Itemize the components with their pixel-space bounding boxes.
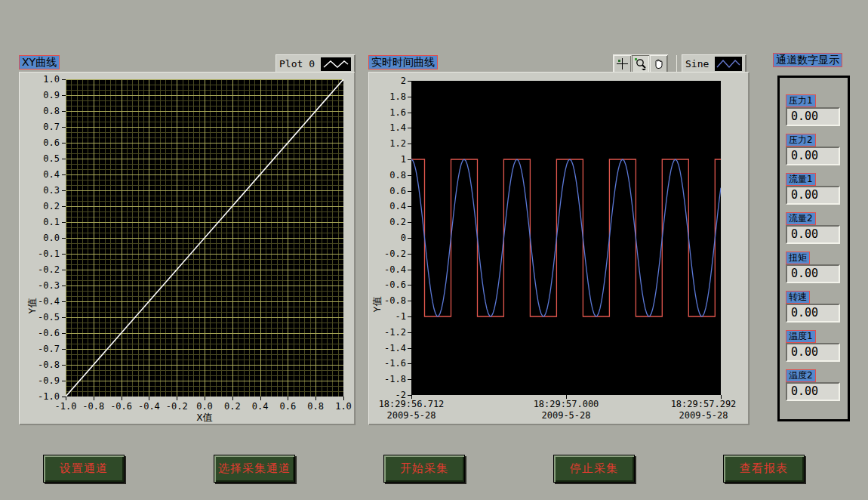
- time-y-tick-mark: [408, 159, 411, 160]
- time-y-tick-label: 1.2: [368, 138, 406, 149]
- time-plot-legend[interactable]: Sine: [682, 54, 746, 73]
- xy-y-tick-mark: [62, 143, 66, 144]
- time-y-tick-label: -1.6: [368, 358, 406, 369]
- xy-y-tick-label: -0.4: [19, 296, 60, 307]
- time-y-tick-mark: [408, 238, 411, 239]
- xy-y-tick-mark: [62, 238, 66, 239]
- xy-y-tick-label: -0.1: [19, 248, 60, 259]
- channel-value-display: 0.00: [786, 304, 840, 323]
- xy-x-tick-label: 0.8: [301, 401, 330, 412]
- channel-panel-title: 通道数字显示: [773, 53, 842, 67]
- xy-plot-area[interactable]: [66, 79, 343, 397]
- time-y-tick-label: 0.2: [368, 217, 406, 227]
- start-acquire-button[interactable]: 开始采集: [383, 455, 465, 483]
- time-y-tick-label: 1.8: [368, 91, 406, 102]
- time-y-tick-label: 1.4: [368, 122, 406, 133]
- xy-y-tick-label: -0.6: [19, 328, 60, 338]
- time-y-tick-mark: [408, 332, 411, 333]
- xy-y-tick-mark: [62, 365, 66, 366]
- time-y-tick-label: -1.4: [368, 343, 406, 353]
- pan-tool-button[interactable]: [650, 55, 667, 73]
- xy-y-tick-label: 0.1: [19, 217, 60, 227]
- time-plot-area[interactable]: [411, 81, 721, 395]
- xy-y-tick-label: 1.0: [19, 74, 60, 85]
- xy-y-tick-mark: [62, 381, 66, 381]
- channel-label: 扭矩: [786, 252, 810, 264]
- xy-y-tick-label: -0.7: [19, 344, 60, 354]
- xy-y-tick-mark: [62, 285, 66, 286]
- channel-label: 压力2: [786, 134, 816, 147]
- time-y-tick-label: -0.6: [368, 279, 406, 290]
- xy-x-tick-mark: [66, 397, 66, 400]
- xy-y-tick-label: 0.0: [19, 233, 60, 243]
- time-y-tick-label: 0: [368, 233, 406, 243]
- cursor-tool-button[interactable]: [614, 55, 631, 73]
- time-y-tick-mark: [408, 254, 411, 255]
- view-report-button[interactable]: 查看报表: [723, 455, 805, 483]
- xy-y-tick-mark: [62, 254, 66, 255]
- channel-label: 温度2: [786, 369, 816, 382]
- xy-x-tick-label: 0.2: [218, 401, 247, 412]
- xy-x-tick-mark: [122, 397, 122, 400]
- time-y-tick-mark: [408, 270, 411, 270]
- xy-y-tick-label: -0.2: [19, 264, 60, 275]
- time-y-tick-mark: [408, 97, 411, 97]
- time-y-tick-mark: [408, 113, 411, 113]
- plot0-legend-label: Plot 0: [279, 58, 315, 69]
- zoom-tool-button[interactable]: [632, 55, 649, 73]
- channel-display-box: 压力10.00压力20.00流量10.00流量20.00扭矩0.00转速0.00…: [777, 76, 850, 421]
- plot0-line-style-icon: [321, 57, 351, 71]
- setup-channel-button[interactable]: 设置通道: [43, 455, 125, 483]
- channel-label: 流量2: [786, 212, 816, 225]
- time-y-tick-label: 1.6: [368, 107, 406, 118]
- xy-x-tick-label: 0.4: [246, 401, 275, 412]
- time-x-tick-date: 2009-5-28: [524, 410, 608, 421]
- stop-acquire-button[interactable]: 停止采集: [553, 455, 635, 483]
- time-y-tick-label: 1: [368, 154, 406, 165]
- channel-value-display: 0.00: [786, 264, 840, 283]
- channel-label: 流量1: [786, 173, 816, 186]
- xy-y-tick-label: 0.4: [19, 169, 60, 180]
- channel-value-display: 0.00: [786, 186, 840, 205]
- xy-y-tick-label: -0.9: [19, 375, 60, 386]
- pan-hand-icon: [652, 57, 665, 70]
- time-y-tick-mark: [408, 301, 411, 301]
- xy-y-tick-mark: [62, 317, 66, 318]
- xy-y-tick-mark: [62, 79, 66, 80]
- xy-y-tick-mark: [62, 174, 66, 175]
- channel-value-display: 0.00: [786, 225, 840, 244]
- xy-x-tick-label: 1.0: [329, 401, 358, 412]
- xy-y-tick-label: 0.6: [19, 137, 60, 148]
- xy-y-tick-label: -0.8: [19, 360, 60, 370]
- xy-x-tick-label: -0.8: [79, 401, 108, 412]
- time-y-tick-label: -1.8: [368, 374, 406, 384]
- channel-label: 温度1: [786, 330, 816, 343]
- time-y-tick-label: -0.4: [368, 264, 406, 275]
- time-y-tick-mark: [408, 379, 411, 380]
- xy-x-tick-label: -0.6: [107, 401, 136, 412]
- sine-legend-label: Sine: [685, 58, 709, 69]
- app-window: XY曲线 Plot 0 X值 Y值 1.00.90.80.70.60.50.40…: [0, 0, 868, 500]
- xy-y-tick-label: 0.9: [19, 90, 60, 100]
- xy-x-tick-label: 0.6: [273, 401, 302, 412]
- channel-value-display: 0.00: [786, 107, 840, 126]
- select-acquire-channel-button[interactable]: 选择采集通道: [214, 455, 295, 483]
- xy-plot-legend[interactable]: Plot 0: [275, 54, 355, 73]
- xy-y-tick-mark: [62, 95, 66, 96]
- time-y-tick-mark: [408, 128, 411, 128]
- xy-x-axis-title: X值: [66, 411, 343, 424]
- xy-y-tick-label: 0.8: [19, 106, 60, 116]
- xy-x-tick-mark: [177, 397, 177, 400]
- channel-value-display: 0.00: [786, 147, 840, 165]
- time-graph-panel: Y值 21.81.61.41.210.80.60.40.20-0.2-0.4-0…: [368, 72, 749, 424]
- time-y-tick-label: 2: [368, 76, 406, 86]
- xy-y-tick-mark: [62, 270, 66, 270]
- xy-y-tick-mark: [62, 206, 66, 207]
- time-y-tick-mark: [408, 81, 411, 82]
- time-plot-title: 实时时间曲线: [368, 55, 438, 69]
- time-y-tick-label: 0.8: [368, 170, 406, 181]
- time-y-tick-label: -1.2: [368, 327, 406, 338]
- xy-y-tick-label: 0.2: [19, 201, 60, 211]
- time-x-tick-time: 18:29:57.000: [524, 399, 608, 409]
- time-y-tick-label: 0.4: [368, 201, 406, 211]
